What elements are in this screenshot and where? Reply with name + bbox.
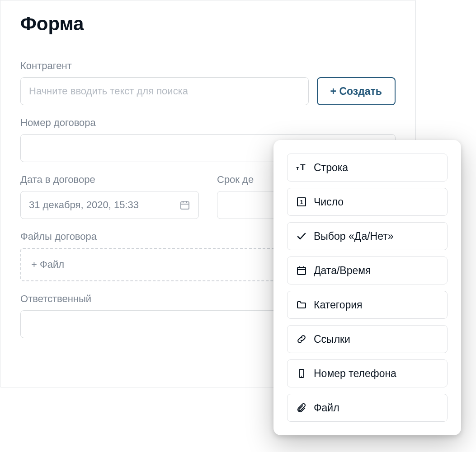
field-type-label: Файл	[314, 402, 339, 414]
svg-text:1: 1	[300, 199, 303, 205]
contractor-label: Контрагент	[20, 60, 396, 72]
link-icon	[296, 333, 307, 345]
svg-rect-8	[297, 267, 306, 275]
calendar-icon	[296, 265, 307, 276]
field-type-file[interactable]: Файл	[287, 394, 448, 422]
svg-rect-0	[181, 202, 189, 209]
contractor-field-row: Контрагент + Создать	[20, 60, 396, 105]
field-type-label: Номер телефона	[314, 368, 396, 380]
contract-date-input[interactable]: 31 декабря, 2020, 15:33	[20, 191, 199, 219]
field-type-label: Категория	[314, 299, 363, 311]
svg-text:Т: Т	[300, 163, 306, 172]
field-type-phone[interactable]: Номер телефона	[287, 359, 448, 387]
svg-text:т: т	[296, 165, 299, 172]
contract-date-value: 31 декабря, 2020, 15:33	[29, 199, 139, 211]
contract-number-label: Номер договора	[20, 117, 396, 129]
form-title: Форма	[20, 13, 396, 35]
field-type-datetime[interactable]: Дата/Время	[287, 256, 448, 284]
folder-icon	[296, 299, 307, 311]
contract-date-label: Дата в договоре	[20, 174, 199, 186]
field-type-string[interactable]: тТ Строка	[287, 154, 448, 182]
field-type-popup: тТ Строка 1 Число Выбор «Да/Нет» Дата/Вр…	[273, 140, 461, 435]
contractor-input[interactable]	[20, 77, 309, 105]
field-type-links[interactable]: Ссылки	[287, 325, 448, 353]
field-type-label: Дата/Время	[314, 265, 371, 277]
field-type-yesno[interactable]: Выбор «Да/Нет»	[287, 222, 448, 250]
calendar-icon	[179, 200, 190, 210]
create-button[interactable]: + Создать	[317, 77, 396, 105]
text-size-icon: тТ	[296, 162, 307, 173]
attachment-icon	[296, 402, 307, 414]
number-icon: 1	[296, 196, 307, 208]
check-icon	[296, 230, 307, 242]
field-type-label: Строка	[314, 162, 348, 174]
field-type-label: Выбор «Да/Нет»	[314, 230, 394, 242]
field-type-label: Ссылки	[314, 333, 350, 345]
phone-icon	[296, 368, 307, 379]
field-type-label: Число	[314, 196, 344, 208]
field-type-number[interactable]: 1 Число	[287, 188, 448, 216]
field-type-category[interactable]: Категория	[287, 291, 448, 319]
